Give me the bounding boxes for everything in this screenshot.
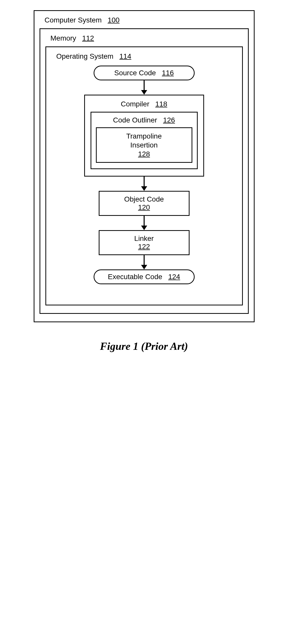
arrow-compiler-to-object [141,177,147,191]
executable-code-ref: 124 [168,273,180,281]
computer-system-box: Computer System 100 Memory 112 Operating… [34,10,255,322]
object-code-text: Object Code [99,195,189,203]
memory-label: Memory 112 [51,34,243,42]
compiler-ref: 118 [155,100,167,108]
arrow-linker-to-exec [141,255,147,269]
compiler-text: Compiler [121,100,149,108]
figure-caption: Figure 1 (Prior Art) [100,340,188,352]
source-code-node: Source Code 116 [94,66,195,80]
operating-system-ref: 114 [119,52,131,60]
source-code-text: Source Code [114,69,156,77]
trampoline-ref: 128 [99,150,189,158]
object-code-ref: 120 [99,203,189,212]
code-outliner-label: Code Outliner 126 [96,116,192,124]
linker-ref: 122 [99,243,189,251]
executable-code-text: Executable Code [108,273,162,281]
object-code-node: Object Code 120 [99,191,190,216]
trampoline-line1: Trampoline [99,132,189,141]
operating-system-text: Operating System [56,52,114,60]
arrow-object-to-linker [141,216,147,230]
source-code-ref: 116 [162,69,174,77]
memory-ref: 112 [82,34,94,42]
arrow-source-to-compiler [141,80,147,95]
trampoline-insertion-node: Trampoline Insertion 128 [96,127,192,163]
flow-column: Source Code 116 Compiler 118 Co [51,66,237,284]
code-outliner-text: Code Outliner [113,116,157,124]
operating-system-label: Operating System 114 [56,52,237,60]
computer-system-ref: 100 [108,16,120,24]
executable-code-node: Executable Code 124 [94,269,195,284]
code-outliner-node: Code Outliner 126 Trampoline Insertion 1… [91,112,198,169]
memory-text: Memory [51,34,76,42]
memory-box: Memory 112 Operating System 114 Source C… [40,28,249,314]
linker-text: Linker [99,234,189,243]
computer-system-label: Computer System 100 [45,16,249,24]
operating-system-box: Operating System 114 Source Code 116 Com… [45,46,243,305]
computer-system-text: Computer System [45,16,102,24]
code-outliner-ref: 126 [163,116,175,124]
compiler-label: Compiler 118 [91,100,198,108]
linker-node: Linker 122 [99,230,190,255]
compiler-node: Compiler 118 Code Outliner 126 Trampolin… [84,95,204,177]
trampoline-line2: Insertion [99,141,189,150]
